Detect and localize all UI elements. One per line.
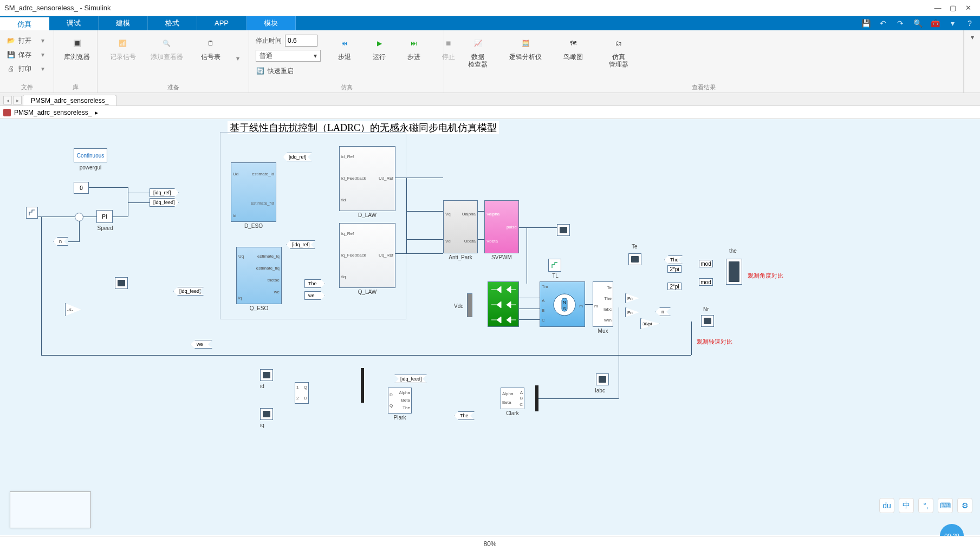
close-icon[interactable]: ✕ [960, 3, 976, 14]
demux-dq[interactable]: 1 2 Q D [295, 382, 309, 404]
zoom-level[interactable]: 80% [483, 540, 496, 548]
scope-block[interactable] [115, 277, 128, 289]
scope-id[interactable] [260, 369, 273, 381]
help-icon[interactable]: ? [964, 17, 976, 29]
tab-format[interactable]: 格式 [148, 16, 197, 30]
group-simulate: 停止时间 普通▾ 🔄快速重启 ⏮步退 ▶运行 ⏭步进 ⏹停止 仿真 [249, 30, 444, 93]
gain-30pi[interactable]: 30/pi [640, 318, 660, 329]
model-tab[interactable]: PMSM_adrc_sensoreless_ [23, 95, 116, 106]
powergui-block[interactable]: Continuous [74, 148, 107, 162]
tl-step-block[interactable] [548, 259, 561, 272]
te-label: Te [632, 244, 638, 250]
undo-icon[interactable]: ↶ [877, 17, 889, 29]
search-icon[interactable]: 🔍 [912, 17, 924, 29]
the-out-label: the [729, 248, 737, 254]
tab-block[interactable]: 模块 [246, 16, 296, 30]
fast-restart-button[interactable]: 🔄快速重启 [256, 65, 321, 77]
tab-prev-icon[interactable]: ◂ [3, 96, 12, 104]
baidu-ime-icon[interactable]: du [879, 498, 894, 513]
save-button[interactable]: 💾保存▾ [7, 49, 44, 61]
birdseye-button[interactable]: 🗺鸟瞰图 [557, 35, 589, 62]
inverter-block[interactable] [488, 281, 519, 327]
mux-block[interactable]: Te The Iabc Wm m [593, 281, 613, 327]
goto-idq-ref[interactable]: [idq_ref] [150, 188, 179, 197]
clark-subsystem[interactable]: A B C Alpha Beta [501, 388, 524, 409]
ime-punct-icon[interactable]: °, [918, 498, 933, 513]
sum-block[interactable] [75, 213, 83, 221]
open-button[interactable]: 📂打开▾ [7, 35, 44, 47]
data-inspector-button[interactable]: 📈数据 检查器 [462, 35, 494, 70]
tab-next-icon[interactable]: ▸ [13, 96, 22, 104]
signal-log-icon: 📶 [115, 36, 131, 51]
const-2pi-1[interactable]: 2*pi [667, 265, 682, 273]
ime-keyboard-icon[interactable]: ⌨ [938, 498, 953, 513]
mux-bar-1[interactable] [361, 368, 364, 403]
gain-pn1[interactable]: Pn [625, 293, 639, 303]
tab-app[interactable]: APP [197, 16, 246, 30]
scope-svpwm[interactable] [557, 224, 570, 236]
vdc-source[interactable] [467, 293, 472, 317]
chevron-right-icon: ▸ [95, 109, 98, 116]
scope-te[interactable] [628, 253, 641, 265]
gain-block[interactable]: -K- [65, 303, 81, 316]
maximize-icon[interactable]: ▢ [945, 3, 960, 14]
from-n-2[interactable]: n [656, 307, 671, 316]
gain-pn2[interactable]: Pn [625, 307, 639, 317]
svpwm-subsystem[interactable]: Valpha Vbeta pulse [484, 200, 519, 253]
ime-lang-icon[interactable]: 中 [899, 498, 914, 513]
goto-idq-feed[interactable]: [idq_feed] [150, 198, 179, 207]
tab-modeling[interactable]: 建模 [99, 16, 148, 30]
plark-subsystem[interactable]: Alpha Beta The D Q [388, 388, 412, 414]
save-quick-icon[interactable]: 💾 [860, 17, 872, 29]
ribbon-more[interactable]: ▾ [964, 30, 980, 93]
group-label: 仿真 [256, 82, 437, 91]
from-we[interactable]: we [191, 340, 212, 349]
model-canvas[interactable]: 基于线性自抗扰控制（LADRC）的无感永磁同步电机仿真模型 Continuous… [0, 119, 980, 535]
anti-park-subsystem[interactable]: Vq Vd Ualpha Ubeta [443, 200, 478, 253]
chevron-down-icon[interactable]: ▾ [946, 17, 958, 29]
goto-idq-feed[interactable]: [idq_feed] [394, 375, 427, 383]
signal-table-button[interactable]: 🗒信号表 [194, 35, 227, 62]
chevron-down-icon[interactable]: ▾ [236, 55, 239, 62]
powergui-label: powergui [74, 165, 107, 170]
step-back-button[interactable]: ⏮步退 [328, 35, 361, 62]
tab-debug[interactable]: 调试 [49, 16, 99, 30]
scope-iq[interactable] [260, 408, 273, 420]
status-bar: 80% [0, 536, 980, 551]
scope-angle[interactable] [726, 259, 742, 285]
step-forward-button[interactable]: ⏭步进 [398, 35, 430, 62]
const-2pi-2[interactable]: 2*pi [667, 283, 682, 290]
mod-block-1[interactable]: mod [699, 260, 713, 267]
pi-block[interactable]: PI [96, 210, 113, 223]
sim-manager-button[interactable]: 🗂仿真 管理器 [602, 35, 635, 70]
scope-iabc[interactable] [596, 373, 609, 385]
library-browser-button[interactable]: 🔳 库浏览器 [61, 35, 93, 62]
from-the[interactable]: The [664, 255, 683, 264]
tab-simulation[interactable]: 仿真 [0, 16, 49, 30]
stop-button[interactable]: ⏹停止 [432, 35, 465, 62]
constant-zero[interactable]: 0 [74, 182, 89, 194]
sim-mode-dropdown[interactable]: 普通▾ [256, 50, 321, 62]
tools-icon[interactable]: 🧰 [929, 17, 941, 29]
redo-icon[interactable]: ↷ [894, 17, 906, 29]
group-results: 📈数据 检查器 🧮逻辑分析仪 🗺鸟瞰图 🗂仿真 管理器 查看结果 [444, 30, 964, 93]
mux-label: Mux [593, 328, 613, 334]
from-idq-feed-2[interactable]: [idq_feed] [173, 287, 204, 296]
run-button[interactable]: ▶运行 [363, 35, 395, 62]
from-the-3[interactable]: The [454, 411, 475, 420]
model-overview[interactable] [10, 491, 91, 528]
print-button[interactable]: 🖨打印▾ [7, 63, 44, 75]
ime-settings-icon[interactable]: ⚙ [957, 498, 972, 513]
add-viewer-button[interactable]: 🔍添加查看器 [148, 35, 185, 62]
minimize-icon[interactable]: — [930, 3, 945, 14]
table-icon: 🗒 [203, 36, 218, 51]
step-block[interactable] [26, 207, 38, 219]
mod-block-2[interactable]: mod [699, 278, 713, 286]
stop-time-input[interactable] [285, 35, 317, 47]
from-n[interactable]: n [53, 237, 68, 246]
breadcrumb-item[interactable]: PMSM_adrc_sensoreless_ [14, 109, 92, 116]
pmsm-block[interactable]: Tm A B C m NS [540, 281, 585, 327]
log-signal-button[interactable]: 📶记录信号 [107, 35, 139, 62]
scope-speed[interactable] [701, 315, 714, 327]
logic-analyzer-button[interactable]: 🧮逻辑分析仪 [507, 35, 544, 62]
